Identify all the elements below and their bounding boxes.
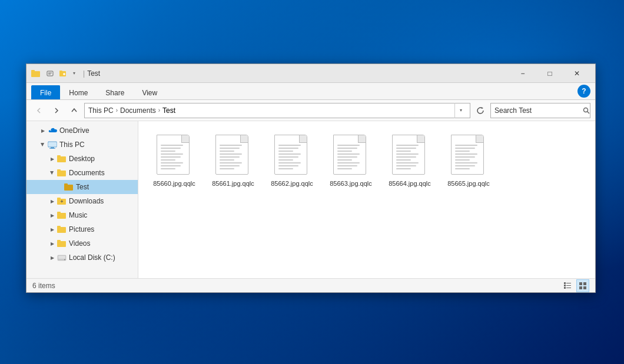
doc-line-5 (455, 159, 470, 161)
svg-rect-0 (31, 71, 40, 77)
sidebar-item-videos[interactable]: ▶ Videos (26, 236, 138, 251)
sidebar: ▶ OneDrive ▶ (26, 121, 138, 278)
file-icon (451, 135, 486, 177)
doc-line-5 (396, 159, 411, 161)
doc-line-7 (455, 165, 475, 166)
downloads-icon (57, 196, 67, 206)
svg-rect-27 (57, 241, 66, 247)
file-name: 85664.jpg.qqlc (389, 179, 431, 188)
qat-properties-button[interactable] (44, 68, 56, 79)
doc-line-1 (278, 148, 298, 149)
thispc-icon (48, 140, 57, 149)
breadcrumb-documents[interactable]: Documents (120, 106, 156, 115)
svg-point-9 (584, 108, 588, 112)
doc-line-3 (278, 153, 301, 155)
localdisk-icon (57, 253, 67, 262)
desktop-expand-arrow: ▶ (48, 154, 57, 163)
search-input[interactable] (494, 106, 583, 115)
doc-line-8 (220, 168, 234, 169)
doc-line-8 (455, 168, 470, 169)
file-item[interactable]: 85660.jpg.qqlc (148, 131, 201, 191)
item-count: 6 items (32, 282, 55, 290)
maximize-button[interactable]: □ (536, 64, 563, 83)
doc-line-8 (396, 168, 411, 169)
svg-rect-17 (57, 171, 66, 176)
window-title: Test (87, 69, 509, 78)
help-button[interactable]: ? (577, 85, 590, 98)
sidebar-item-desktop[interactable]: ▶ Desktop (26, 152, 138, 166)
doc-line-0 (220, 145, 242, 146)
doc-line-7 (278, 165, 298, 166)
refresh-button[interactable] (473, 103, 488, 118)
doc-line-3 (220, 153, 242, 155)
documents-folder-icon (57, 168, 67, 178)
file-item[interactable]: 85661.jpg.qqlc (207, 131, 260, 191)
sidebar-label-music: Music (69, 211, 87, 219)
doc-lines (278, 145, 303, 169)
file-grid: 85660.jpg.qqlc 85661.jpg.qqlc 85662.jpg.… (144, 127, 589, 194)
tab-view[interactable]: View (133, 85, 166, 99)
doc-line-6 (396, 162, 419, 163)
svg-rect-2 (47, 71, 53, 76)
doc-lines (220, 145, 244, 169)
doc-line-6 (161, 162, 183, 163)
file-item[interactable]: 85664.jpg.qqlc (383, 131, 436, 191)
sidebar-item-thispc[interactable]: ▶ This PC (26, 138, 138, 152)
sidebar-label-localdisk: Local Disk (C:) (69, 253, 115, 262)
title-separator: | (83, 69, 85, 78)
close-button[interactable]: ✕ (563, 64, 590, 83)
svg-rect-30 (58, 256, 65, 259)
sidebar-item-music[interactable]: ▶ Music (26, 208, 138, 222)
doc-line-3 (161, 153, 183, 155)
thispc-expand-arrow: ▶ (38, 140, 48, 149)
search-box[interactable] (490, 103, 590, 118)
address-dropdown-button[interactable]: ▾ (454, 103, 466, 118)
svg-rect-1 (31, 70, 35, 72)
svg-rect-41 (583, 286, 586, 289)
file-explorer-window: ▾ | Test − □ ✕ File Home Share View ? (26, 64, 596, 293)
file-item[interactable]: 85662.jpg.qqlc (265, 131, 318, 191)
back-button[interactable] (31, 103, 47, 118)
sidebar-label-videos: Videos (69, 239, 90, 248)
doc-line-0 (161, 145, 183, 146)
svg-rect-34 (564, 285, 566, 286)
sidebar-item-test[interactable]: Test (26, 180, 138, 194)
content-area[interactable]: 85660.jpg.qqlc 85661.jpg.qqlc 85662.jpg.… (138, 121, 595, 278)
sidebar-label-downloads: Downloads (69, 197, 104, 205)
tab-home[interactable]: Home (60, 85, 97, 99)
file-item[interactable]: 85663.jpg.qqlc (324, 131, 377, 191)
sidebar-label-pictures: Pictures (69, 225, 94, 233)
svg-rect-19 (64, 185, 73, 191)
svg-rect-18 (57, 169, 61, 171)
sidebar-item-localdisk[interactable]: ▶ Local Disk (C:) (26, 251, 138, 265)
minimize-button[interactable]: − (509, 64, 536, 83)
breadcrumb-test[interactable]: Test (162, 106, 175, 115)
document-icon (274, 135, 307, 175)
large-icons-view-button[interactable] (576, 279, 589, 292)
doc-line-1 (161, 148, 181, 149)
qat-new-folder-button[interactable] (57, 68, 69, 79)
doc-line-5 (278, 159, 293, 161)
tab-file[interactable]: File (31, 85, 60, 99)
sidebar-item-pictures[interactable]: ▶ Pictures (26, 222, 138, 236)
forward-button[interactable] (49, 103, 64, 118)
sidebar-item-onedrive[interactable]: ▶ OneDrive (26, 123, 138, 138)
document-icon (451, 135, 484, 175)
qat-dropdown-button[interactable]: ▾ (70, 68, 78, 79)
svg-rect-6 (59, 71, 62, 72)
address-bar[interactable]: This PC › Documents › Test ▾ (84, 103, 470, 118)
svg-rect-36 (564, 287, 566, 289)
up-button[interactable] (67, 103, 82, 118)
breadcrumb-thispc[interactable]: This PC (88, 106, 114, 115)
file-item[interactable]: 85665.jpg.qqlc (442, 131, 495, 191)
doc-line-3 (396, 153, 419, 155)
doc-line-0 (455, 145, 477, 146)
onedrive-icon (48, 126, 57, 135)
doc-line-8 (278, 168, 293, 169)
search-button[interactable] (583, 105, 590, 116)
details-view-button[interactable] (561, 279, 574, 292)
tab-share[interactable]: Share (97, 85, 133, 99)
doc-line-2 (455, 151, 470, 152)
sidebar-item-downloads[interactable]: ▶ Downloads (26, 194, 138, 208)
sidebar-item-documents[interactable]: ▶ Documents (26, 166, 138, 180)
